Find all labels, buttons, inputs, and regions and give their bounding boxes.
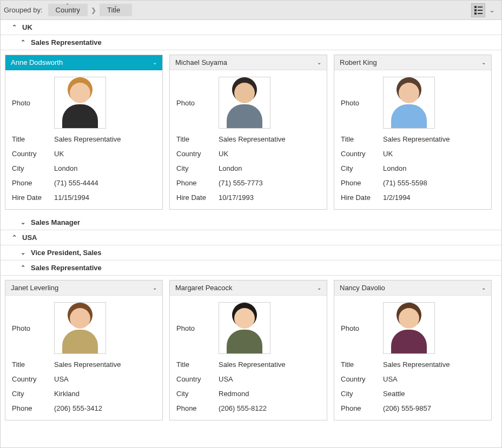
field-label: Phone — [341, 179, 383, 187]
field-label: Title — [176, 135, 219, 143]
field-label: City — [341, 164, 383, 172]
field-value: 11/15/1994 — [54, 193, 156, 202]
chevron-down-icon: ⌄ — [153, 59, 157, 65]
field-value: (71) 555-7773 — [219, 179, 320, 187]
field-value: (71) 555-5598 — [383, 179, 485, 187]
field-label: Phone — [176, 404, 219, 412]
employee-card[interactable]: Robert King ⌄ Photo TitleSales Represent… — [334, 55, 492, 210]
group-header-usa-vp[interactable]: ⌄ Vice President, Sales — [1, 245, 501, 260]
field-label: Title — [341, 135, 383, 143]
group-label: Vice President, Sales — [31, 249, 102, 257]
photo-cell — [54, 77, 156, 129]
field-label: City — [12, 390, 54, 398]
card-header[interactable]: Anne Dodsworth ⌄ — [5, 55, 162, 70]
card-name: Anne Dodsworth — [11, 58, 63, 66]
photo-frame — [383, 77, 435, 129]
field-value: Redmond — [219, 390, 320, 398]
field-value: Sales Representative — [54, 135, 156, 143]
field-label: Title — [176, 360, 219, 369]
avatar — [387, 305, 431, 353]
employee-card[interactable]: Michael Suyama ⌄ Photo TitleSales Repres… — [169, 55, 327, 210]
card-header[interactable]: Robert King ⌄ — [334, 55, 491, 70]
group-crumb-title[interactable]: ⌄ Title — [100, 4, 132, 16]
card-body: Photo TitleSales Representative CountryU… — [170, 296, 327, 420]
avatar — [387, 79, 431, 128]
field-label: Hire Date — [12, 193, 54, 202]
field-label: Phone — [12, 179, 54, 187]
card-body: Photo TitleSales Representative CountryU… — [170, 70, 327, 209]
field-label: Title — [12, 135, 54, 143]
chevron-down-icon: ⌄ — [153, 285, 157, 291]
field-label: City — [176, 164, 219, 172]
card-body: Photo TitleSales Representative CountryU… — [5, 70, 162, 209]
list-icon — [474, 6, 483, 15]
employee-card[interactable]: Janet Leverling ⌄ Photo TitleSales Repre… — [5, 280, 163, 420]
group-label: Sales Representative — [31, 264, 102, 272]
employee-card[interactable]: Margaret Peacock ⌄ Photo TitleSales Repr… — [169, 280, 327, 420]
field-label: Phone — [176, 179, 219, 187]
group-header-usa-sales-rep[interactable]: ⌃ Sales Representative — [1, 260, 501, 276]
field-label: Photo — [12, 324, 54, 332]
field-label: City — [341, 390, 383, 398]
field-value: USA — [219, 375, 320, 383]
field-label: Country — [176, 150, 219, 158]
group-label: Sales Representative — [31, 38, 102, 46]
avatar — [58, 305, 102, 353]
field-label: Phone — [12, 404, 54, 412]
field-value: Kirkland — [54, 390, 156, 398]
group-header-uk-sales-rep[interactable]: ⌃ Sales Representative — [1, 35, 501, 50]
field-value: USA — [54, 375, 156, 383]
view-mode-dropdown[interactable]: ⌄ — [485, 3, 498, 17]
employee-card[interactable]: Anne Dodsworth ⌄ Photo TitleSales Repres… — [5, 55, 163, 210]
card-header[interactable]: Margaret Peacock ⌄ — [170, 280, 327, 296]
avatar — [223, 305, 266, 353]
field-value: Seattle — [383, 390, 485, 398]
field-value: London — [54, 164, 156, 172]
chevron-down-icon: ⌄ — [19, 249, 27, 256]
field-label: Hire Date — [176, 193, 219, 202]
card-name: Nancy Davolio — [340, 284, 385, 292]
card-header[interactable]: Michael Suyama ⌄ — [170, 55, 327, 70]
chevron-up-icon: ⌃ — [19, 39, 27, 46]
field-value: 1/2/1994 — [383, 193, 485, 202]
photo-frame — [219, 302, 270, 354]
group-header-uk-sales-manager[interactable]: ⌄ Sales Manager — [1, 215, 501, 230]
field-value: Sales Representative — [383, 135, 485, 143]
avatar — [58, 79, 102, 128]
chevron-up-icon: ⌃ — [10, 24, 18, 31]
field-label: Photo — [341, 324, 383, 332]
card-header[interactable]: Nancy Davolio ⌄ — [334, 280, 491, 296]
chevron-down-icon: ⌄ — [317, 59, 321, 65]
field-label: Photo — [176, 324, 219, 332]
photo-frame — [54, 302, 106, 354]
field-value: (206) 555-9857 — [383, 404, 485, 412]
field-value: Sales Representative — [383, 360, 485, 369]
group-header-uk[interactable]: ⌃ UK — [1, 20, 501, 35]
sort-desc-icon: ⌄ — [114, 3, 118, 8]
field-label: Photo — [12, 99, 54, 107]
field-value: UK — [54, 150, 156, 158]
chevron-down-icon: ⌄ — [19, 219, 27, 226]
content-scroll-area[interactable]: ⌃ UK ⌃ Sales Representative Anne Dodswor… — [1, 20, 501, 447]
field-label: Country — [176, 375, 219, 383]
photo-frame — [54, 77, 106, 129]
avatar — [223, 79, 266, 128]
view-mode-button[interactable] — [471, 3, 485, 17]
group-header-usa[interactable]: ⌃ USA — [1, 230, 501, 245]
chevron-down-icon: ⌄ — [317, 285, 321, 291]
field-label: Phone — [341, 404, 383, 412]
card-body: Photo TitleSales Representative CountryU… — [334, 70, 491, 209]
field-label: Country — [12, 375, 54, 383]
cards-row: Janet Leverling ⌄ Photo TitleSales Repre… — [1, 276, 501, 426]
sort-asc-icon: ⌃ — [65, 3, 70, 8]
group-crumb-country[interactable]: ⌃ Country — [48, 4, 88, 16]
card-name: Margaret Peacock — [175, 284, 233, 292]
employee-card[interactable]: Nancy Davolio ⌄ Photo TitleSales Represe… — [334, 280, 492, 420]
card-header[interactable]: Janet Leverling ⌄ — [5, 280, 162, 296]
card-body: Photo TitleSales Representative CountryU… — [334, 296, 491, 420]
card-name: Robert King — [340, 58, 377, 66]
field-label: Title — [341, 360, 383, 369]
field-label: City — [12, 164, 54, 172]
field-label: Country — [12, 150, 54, 158]
field-value: UK — [383, 150, 485, 158]
